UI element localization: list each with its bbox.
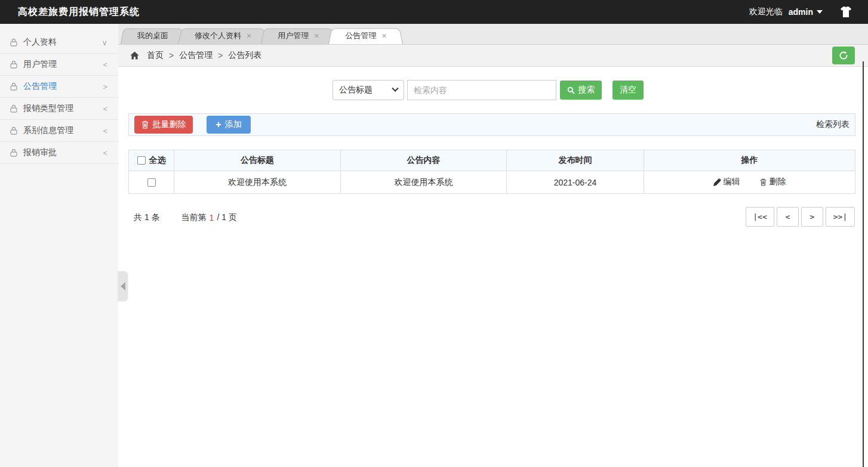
table-header-row: 全选 公告标题 公告内容 发布时间 操作 bbox=[129, 150, 855, 171]
first-page-button[interactable]: |<< bbox=[746, 207, 774, 227]
clear-button[interactable]: 清空 bbox=[612, 81, 644, 100]
current-page-number: 1 bbox=[210, 213, 214, 222]
content-frame-border bbox=[863, 61, 864, 467]
row-title: 欢迎使用本系统 bbox=[174, 171, 341, 194]
search-field-value: 公告标题 bbox=[339, 85, 373, 95]
sidebar-item-label: 公告管理 bbox=[23, 81, 103, 92]
pencil-icon bbox=[713, 178, 721, 186]
tab-label: 修改个人资料 bbox=[195, 30, 241, 41]
delete-label: 删除 bbox=[769, 177, 786, 187]
list-title: 检索列表 bbox=[816, 119, 849, 130]
sidebar-item-label: 用户管理 bbox=[23, 59, 103, 70]
column-header-content: 公告内容 bbox=[341, 150, 507, 171]
chevron-right-icon: > bbox=[103, 82, 107, 91]
sidebar-item-announcements[interactable]: 公告管理 > bbox=[0, 76, 118, 98]
prev-page-button[interactable]: < bbox=[777, 207, 799, 227]
topbar-right: 欢迎光临 admin bbox=[749, 6, 852, 18]
top-bar: 高校差旅费用报销管理系统 欢迎光临 admin bbox=[0, 0, 868, 24]
theme-tshirt-icon[interactable] bbox=[839, 6, 852, 18]
trash-icon bbox=[760, 178, 767, 186]
clear-button-label: 清空 bbox=[620, 85, 636, 95]
triangle-left-icon bbox=[121, 282, 125, 290]
search-input[interactable] bbox=[407, 80, 556, 100]
tab-user-management[interactable]: 用户管理 × bbox=[261, 27, 335, 44]
sidebar-item-departments[interactable]: 系别信息管理 < bbox=[0, 120, 118, 142]
tab-label: 我的桌面 bbox=[137, 30, 168, 41]
sidebar-collapse-handle[interactable] bbox=[118, 271, 128, 301]
sidebar-item-label: 系别信息管理 bbox=[23, 125, 103, 136]
app-title: 高校差旅费用报销管理系统 bbox=[18, 6, 140, 18]
lock-icon bbox=[10, 60, 18, 69]
username-menu[interactable]: admin bbox=[789, 7, 813, 17]
chevron-down-icon[interactable] bbox=[817, 10, 823, 14]
chevron-left-icon: < bbox=[103, 149, 107, 157]
refresh-button[interactable] bbox=[832, 47, 855, 64]
batch-delete-button[interactable]: 批量删除 bbox=[134, 116, 193, 134]
lock-icon bbox=[10, 126, 18, 135]
tab-my-desktop[interactable]: 我的桌面 bbox=[121, 27, 185, 44]
page-count-suffix: / 1 页 bbox=[217, 212, 236, 223]
chevron-left-icon: < bbox=[103, 126, 107, 135]
pagination-info: 共 1 条 当前第 1 / 1 页 bbox=[134, 212, 237, 223]
trash-icon bbox=[141, 120, 149, 129]
lock-icon bbox=[10, 149, 18, 157]
row-checkbox-cell bbox=[129, 171, 174, 194]
chevron-down-icon bbox=[392, 85, 398, 92]
sidebar: 个人资料 ∨ 用户管理 < 公告管理 > 报销类型管理 < 系别信息管理 < 报… bbox=[0, 24, 118, 467]
welcome-text: 欢迎光临 bbox=[749, 7, 783, 17]
lock-icon bbox=[10, 104, 18, 113]
close-icon[interactable]: × bbox=[381, 32, 386, 40]
home-icon bbox=[130, 51, 139, 60]
sidebar-item-approvals[interactable]: 报销审批 < bbox=[0, 142, 118, 164]
breadcrumb-level2: 公告列表 bbox=[228, 50, 261, 61]
breadcrumb-separator: > bbox=[169, 51, 174, 60]
tab-bar: 我的桌面 修改个人资料 × 用户管理 × 公告管理 × bbox=[118, 24, 868, 45]
announcement-table: 全选 公告标题 公告内容 发布时间 操作 欢迎使用本系统 欢迎使用本系统 202… bbox=[128, 150, 855, 194]
plus-icon: + bbox=[216, 120, 221, 129]
breadcrumb-separator: > bbox=[218, 51, 223, 60]
sidebar-item-profile[interactable]: 个人资料 ∨ bbox=[0, 32, 118, 54]
row-checkbox[interactable] bbox=[147, 178, 156, 187]
sidebar-item-expense-types[interactable]: 报销类型管理 < bbox=[0, 98, 118, 120]
breadcrumb: 首页 > 公告管理 > 公告列表 bbox=[118, 45, 868, 67]
sidebar-item-label: 报销审批 bbox=[23, 147, 103, 158]
add-button[interactable]: + 添加 bbox=[207, 116, 251, 134]
select-all-header: 全选 bbox=[129, 150, 174, 171]
tab-edit-profile[interactable]: 修改个人资料 × bbox=[178, 27, 268, 44]
close-icon[interactable]: × bbox=[247, 32, 251, 40]
edit-link[interactable]: 编辑 bbox=[713, 177, 740, 187]
breadcrumb-level1[interactable]: 公告管理 bbox=[179, 50, 213, 61]
batch-delete-label: 批量删除 bbox=[153, 119, 186, 130]
search-icon bbox=[567, 86, 575, 94]
lock-icon bbox=[10, 82, 18, 91]
tab-label: 公告管理 bbox=[345, 30, 376, 41]
sidebar-item-users[interactable]: 用户管理 < bbox=[0, 54, 118, 76]
column-header-title: 公告标题 bbox=[174, 150, 341, 171]
chevron-down-icon: ∨ bbox=[101, 38, 107, 47]
chevron-left-icon: < bbox=[103, 60, 107, 69]
total-count: 共 1 条 bbox=[134, 212, 160, 223]
select-all-checkbox[interactable] bbox=[137, 156, 146, 165]
search-field-select[interactable]: 公告标题 bbox=[333, 80, 404, 100]
last-page-button[interactable]: >>| bbox=[826, 207, 855, 227]
table-row: 欢迎使用本系统 欢迎使用本系统 2021-06-24 编辑 删除 bbox=[129, 171, 855, 194]
column-header-date: 发布时间 bbox=[507, 150, 644, 171]
sidebar-item-label: 个人资料 bbox=[23, 37, 101, 48]
close-icon[interactable]: × bbox=[314, 32, 319, 40]
lock-icon bbox=[10, 38, 18, 47]
search-button-label: 搜索 bbox=[578, 85, 595, 95]
delete-link[interactable]: 删除 bbox=[760, 177, 786, 187]
chevron-left-icon: < bbox=[103, 104, 107, 113]
row-date: 2021-06-24 bbox=[507, 171, 644, 194]
select-all-label: 全选 bbox=[149, 155, 166, 166]
breadcrumb-home[interactable]: 首页 bbox=[147, 50, 164, 61]
row-ops: 编辑 删除 bbox=[644, 171, 855, 194]
tab-announcement-management[interactable]: 公告管理 × bbox=[328, 27, 403, 44]
tab-label: 用户管理 bbox=[278, 30, 309, 41]
pagination-controls: |<< < > >>| bbox=[746, 207, 855, 227]
list-toolbar: 批量删除 + 添加 检索列表 bbox=[128, 113, 855, 136]
refresh-icon bbox=[839, 51, 848, 60]
next-page-button[interactable]: > bbox=[801, 207, 823, 227]
search-button[interactable]: 搜索 bbox=[560, 81, 602, 100]
edit-label: 编辑 bbox=[724, 177, 740, 187]
